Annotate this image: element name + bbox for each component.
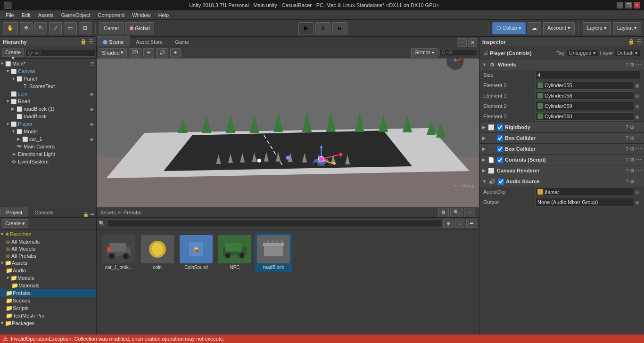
hierarchy-item-dirlight[interactable]: ☀ Directional Light (0, 150, 96, 158)
packages-folder[interactable]: ▼ 📁 Packages (0, 319, 96, 327)
all-models-item[interactable]: ◎ All Models (0, 245, 96, 252)
hierarchy-item-panel[interactable]: ▼ ⬜ Panel (0, 75, 96, 82)
section-settings-icon[interactable]: ⚙ (630, 168, 635, 174)
hierarchy-item-main[interactable]: ▼ ⬜ Main* ☰ (0, 60, 96, 67)
menu-component[interactable]: Component (94, 11, 128, 19)
hierarchy-item-roadblock[interactable]: ⬜ roadBlock (0, 113, 96, 120)
audio-button[interactable]: 🔊 (156, 48, 168, 57)
canvas-renderer-section-header[interactable]: ▶ ⬜ Canvas Renderer ? ⚙ ⋯ (479, 165, 644, 176)
hierarchy-more-icon[interactable]: ▶ (91, 137, 96, 142)
2d-button[interactable]: 2D (129, 48, 141, 57)
project-menu-icon[interactable]: ☰ (90, 212, 94, 217)
inspector-lock-icon[interactable]: 🔒 (628, 39, 635, 45)
boxcollider1-section-header[interactable]: ▶ ⬛ Box Collider ? ⚙ ⋯ (479, 133, 644, 143)
audio-source-checkbox[interactable] (498, 179, 504, 185)
scene-search-input[interactable] (439, 49, 477, 56)
section-settings-icon[interactable]: ⚙ (630, 124, 635, 131)
section-help-icon[interactable]: ? (626, 146, 628, 152)
audioclip-picker-icon[interactable]: ◎ (634, 189, 640, 195)
textmesh-folder[interactable]: 📁 TextMesh Pro (0, 312, 96, 319)
audio-source-section-header[interactable]: ▼ 🔊 Audio Source ? ⚙ ⋯ (479, 176, 644, 187)
project-create-button[interactable]: Create ▾ (2, 219, 28, 228)
tab-game[interactable]: Game (169, 36, 195, 47)
hierarchy-item-road[interactable]: ▼ ⬜ Road (0, 98, 96, 105)
asset-item-npc[interactable]: NPC (216, 233, 253, 272)
player-layer-value[interactable]: Default ▾ (615, 49, 640, 57)
path-prefabs[interactable]: Prefabs (124, 210, 141, 215)
section-more-icon[interactable]: ⋯ (636, 135, 641, 141)
audioclip-value[interactable]: theme (535, 188, 634, 196)
minimize-button[interactable]: — (617, 2, 623, 8)
path-assets[interactable]: Assets (100, 210, 116, 215)
tab-scene[interactable]: ⬤ Scene (97, 36, 130, 47)
hierarchy-more-icon[interactable]: ☰ (90, 61, 96, 66)
output-picker-icon[interactable]: ◎ (634, 200, 640, 205)
menu-assets[interactable]: Assets (34, 11, 58, 19)
asset-browser-search-btn[interactable]: 🔍 (450, 208, 462, 217)
hierarchy-item-scorestext[interactable]: T ScoresText (0, 82, 96, 90)
hierarchy-more-icon[interactable]: ▶ (91, 122, 96, 127)
move-tool-button[interactable]: ✥ (20, 22, 33, 34)
controls-section-header[interactable]: ▶ 📄 Controls (Script) ? ⚙ ⋯ (479, 155, 644, 165)
asset-item-car1[interactable]: car_1_brok... (100, 233, 137, 272)
menu-window[interactable]: Window (128, 11, 154, 19)
collab-button[interactable]: ⬡ Collab ▾ (492, 22, 526, 34)
rect-tool-button[interactable]: ▭ (64, 22, 77, 34)
hierarchy-menu-icon[interactable]: ☰ (89, 39, 93, 45)
section-more-icon[interactable]: ⋯ (636, 62, 641, 68)
lighting-button[interactable]: ☀ (143, 48, 154, 57)
section-help-icon[interactable]: ? (626, 62, 628, 68)
hierarchy-item-maincamera[interactable]: 📷 Main Camera (0, 143, 96, 150)
assets-folder[interactable]: ▼ 📁 Assets (0, 259, 96, 267)
gizmos-dropdown[interactable]: Gizmos ▾ (411, 48, 438, 57)
element0-picker-icon[interactable]: ◎ (634, 83, 640, 88)
pause-button[interactable]: ⏸ (315, 22, 330, 34)
element1-value[interactable]: Cylinder058 (535, 91, 634, 100)
asset-list-btn[interactable]: ☰ (466, 219, 477, 228)
hierarchy-item-canvas[interactable]: ▼ ⬜ Canvas (0, 67, 96, 75)
output-value[interactable]: None (Audio Mixer Group) (535, 198, 634, 206)
tab-project[interactable]: Project (0, 207, 28, 217)
element3-picker-icon[interactable]: ◎ (634, 114, 640, 119)
scenes-folder[interactable]: 📁 Scenes (0, 297, 96, 304)
section-more-icon[interactable]: ⋯ (636, 179, 641, 185)
hierarchy-more-icon[interactable]: ▶ (91, 91, 96, 97)
element2-value[interactable]: Cylinder059 (535, 102, 634, 110)
scene-viewport[interactable]: X Y Z ⟵ Persp (97, 58, 479, 207)
materials-folder[interactable]: 📁 Materials (0, 282, 96, 289)
player-checkbox[interactable]: ☑ (483, 50, 488, 56)
element3-value[interactable]: Cylinder060 (535, 112, 634, 121)
cloud-button[interactable]: ☁ (528, 22, 541, 34)
global-button[interactable]: Global (125, 22, 154, 34)
asset-item-coin[interactable]: coin (139, 233, 176, 272)
play-button[interactable]: ▶ (298, 22, 314, 34)
layout-button[interactable]: Layout ▾ (613, 22, 641, 34)
element1-picker-icon[interactable]: ◎ (634, 93, 640, 98)
hierarchy-more-icon[interactable]: ▶ (91, 106, 96, 112)
hierarchy-item-roadblock1[interactable]: ▶ ⬜ roadBlock (1) ▶ (0, 105, 96, 113)
hand-tool-button[interactable]: ✋ (3, 22, 18, 34)
menu-help[interactable]: Help (154, 11, 173, 19)
size-value[interactable]: 4 (535, 71, 640, 79)
fx-button[interactable]: ✦ (170, 48, 181, 57)
section-more-icon[interactable]: ⋯ (636, 146, 641, 152)
hierarchy-item-eventsystem[interactable]: ⚙ EventSystem (0, 158, 96, 165)
tab-console[interactable]: Console (28, 207, 59, 217)
section-help-icon[interactable]: ? (626, 168, 628, 174)
hierarchy-create-button[interactable]: Create ▾ (2, 49, 24, 57)
menu-gameobject[interactable]: GameObject (58, 11, 94, 19)
section-help-icon[interactable]: ? (626, 124, 628, 131)
asset-sort-btn[interactable]: ↕ (455, 219, 464, 228)
scale-tool-button[interactable]: ⤢ (49, 22, 62, 34)
hierarchy-item-coin[interactable]: ⬜ coin ▶ (0, 90, 96, 98)
shaded-dropdown[interactable]: Shaded ▾ (99, 48, 127, 57)
inspector-menu-icon[interactable]: ☰ (636, 39, 641, 45)
transform-tool-button[interactable]: ⊞ (79, 22, 91, 34)
menu-file[interactable]: File (2, 11, 18, 19)
asset-item-coinsound[interactable]: 📦 CoinSound (178, 233, 215, 272)
element0-value[interactable]: Cylinder055 (535, 81, 634, 90)
hierarchy-item-player[interactable]: ▼ ⬜ Player ▶ (0, 120, 96, 128)
hierarchy-item-model[interactable]: ▼ ⬜ Model (0, 128, 96, 135)
models-folder[interactable]: ▼ 📁 Models (0, 274, 96, 282)
controls-checkbox[interactable] (497, 157, 503, 163)
